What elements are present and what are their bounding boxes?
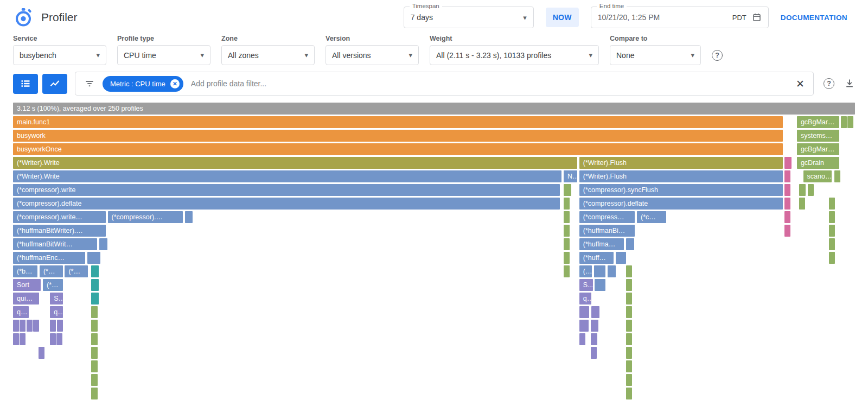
flame-cell[interactable]: qui… (13, 293, 39, 304)
flame-cell-sliver[interactable] (564, 225, 570, 237)
flame-cell[interactable]: (*b… (13, 265, 37, 277)
flame-cell-sliver[interactable] (626, 388, 632, 399)
flame-cell-sliver[interactable] (626, 238, 635, 250)
flame-cell-sliver[interactable] (626, 333, 632, 345)
help-icon[interactable]: ? (824, 78, 834, 89)
flame-cell-sliver[interactable] (626, 293, 632, 304)
flame-cell[interactable]: (*Writer).Write (13, 170, 561, 182)
zone-select[interactable]: All zones ▾ (221, 45, 315, 65)
compare-to-select[interactable]: None ▾ (610, 45, 701, 65)
metric-filter-chip[interactable]: Metric : CPU time ✕ (103, 76, 183, 92)
flame-cell[interactable]: gcDrain (797, 157, 839, 169)
flame-cell[interactable]: (*Writer).Flush (579, 170, 783, 182)
flame-cell-sliver[interactable] (27, 320, 33, 332)
flame-cell[interactable]: S… (579, 279, 593, 291)
flame-cell-sliver[interactable] (39, 347, 44, 359)
flame-cell-sliver[interactable] (579, 320, 589, 332)
flame-cell[interactable]: (*Writer).Write (13, 157, 577, 169)
flame-cell-sliver[interactable] (829, 252, 835, 264)
flame-cell-sliver[interactable] (56, 333, 62, 345)
flame-cell-sliver[interactable] (91, 360, 98, 372)
flame-cell[interactable]: (*compressor).… (108, 211, 183, 223)
flame-cell-sliver[interactable] (847, 116, 853, 128)
flame-cell[interactable]: S… (50, 293, 62, 304)
flame-cell[interactable]: (*… (43, 279, 62, 291)
flame-cell-sliver[interactable] (91, 306, 98, 318)
flame-cell-sliver[interactable] (626, 360, 632, 372)
flame-cell-sliver[interactable] (784, 198, 790, 210)
flame-cell[interactable]: (*compressor).deflate (13, 198, 560, 210)
flame-cell[interactable]: (*huffmanBitWriter).… (13, 225, 106, 237)
flame-cell-sliver[interactable] (591, 306, 599, 318)
flame-cell-sliver[interactable] (626, 320, 632, 332)
flame-cell-sliver[interactable] (784, 211, 790, 223)
flame-cell[interactable]: (*huff… (579, 252, 614, 264)
flame-cell[interactable]: busyworkOnce (13, 143, 783, 155)
end-time-field[interactable]: End time 10/21/20, 1:25 PM PDT (591, 7, 769, 28)
flame-cell-sliver[interactable] (595, 279, 605, 291)
flame-cell[interactable]: systems… (797, 130, 839, 142)
flame-cell-sliver[interactable] (50, 320, 56, 332)
flame-cell[interactable]: busywork (13, 130, 783, 142)
flame-cell[interactable]: (*compressor).write (13, 184, 560, 196)
flame-cell-sliver[interactable] (57, 320, 63, 332)
flame-cell[interactable]: main.func1 (13, 116, 783, 128)
flame-cell-sliver[interactable] (591, 347, 597, 359)
version-select[interactable]: All versions ▾ (326, 45, 419, 65)
flame-cell-sliver[interactable] (626, 306, 632, 318)
flame-cell-sliver[interactable] (564, 265, 570, 277)
flame-cell-sliver[interactable] (784, 225, 790, 237)
flame-cell-sliver[interactable] (626, 265, 632, 277)
flame-cell-sliver[interactable] (626, 374, 632, 386)
flame-cell[interactable]: (*compressor).deflate (579, 198, 783, 210)
flame-cell[interactable]: (*… (65, 265, 88, 277)
flame-cell[interactable]: Sort (13, 279, 41, 291)
flame-cell-sliver[interactable] (564, 252, 570, 264)
flame-cell-sliver[interactable] (616, 252, 626, 264)
flame-cell[interactable]: (*compressor).syncFlush (579, 184, 783, 196)
flame-cell-sliver[interactable] (829, 225, 835, 237)
flame-cell-sliver[interactable] (841, 116, 847, 128)
flame-cell[interactable]: (*huffmanBitWrit… (13, 238, 97, 250)
timespan-select[interactable]: Timespan 7 days ▾ (404, 7, 534, 28)
flame-cell-sliver[interactable] (799, 198, 805, 210)
flame-cell-sliver[interactable] (91, 333, 98, 345)
flame-cell-sliver[interactable] (829, 211, 835, 223)
filter-input[interactable] (191, 79, 788, 88)
service-select[interactable]: busybench ▾ (13, 45, 106, 65)
clear-filters-icon[interactable]: ✕ (796, 79, 805, 89)
profile-type-select[interactable]: CPU time ▾ (117, 45, 210, 65)
flame-cell[interactable]: (*huffmanBi… (579, 225, 635, 237)
flame-cell-sliver[interactable] (91, 347, 98, 359)
flame-cell-sliver[interactable] (591, 320, 598, 332)
flame-cell-sliver[interactable] (626, 279, 632, 291)
flame-cell-sliver[interactable] (564, 184, 571, 196)
flame-cell-sliver[interactable] (91, 388, 98, 399)
flame-cell-sliver[interactable] (591, 333, 597, 345)
flame-cell-sliver[interactable] (784, 184, 790, 196)
help-icon[interactable]: ? (712, 50, 723, 61)
flame-cell-sliver[interactable] (185, 211, 193, 223)
flame-cell[interactable]: (*… (40, 265, 63, 277)
weight-select[interactable]: All (2.11 s - 3.23 s), 10133 profiles ▾ (430, 45, 599, 65)
flame-cell[interactable]: (*compress… (579, 211, 635, 223)
flame-cell[interactable]: 3.12 s (100%), averaged over 250 profile… (13, 103, 855, 115)
flame-cell-sliver[interactable] (608, 265, 616, 277)
download-button[interactable] (844, 78, 855, 89)
flame-cell-sliver[interactable] (834, 170, 840, 182)
flame-cell-sliver[interactable] (91, 293, 98, 304)
flame-cell-sliver[interactable] (564, 198, 570, 210)
flame-cell[interactable]: gcBgMar… (797, 116, 839, 128)
flame-cell-sliver[interactable] (50, 333, 56, 345)
chart-view-button[interactable] (42, 74, 67, 94)
flame-cell-sliver[interactable] (13, 333, 19, 345)
flame-cell-sliver[interactable] (579, 333, 585, 345)
flame-cell-sliver[interactable] (20, 333, 25, 345)
flame-cell[interactable]: q… (50, 306, 62, 318)
flame-cell[interactable]: (*c… (637, 211, 666, 223)
flame-cell[interactable]: q… (579, 293, 592, 304)
chip-remove-icon[interactable]: ✕ (170, 79, 180, 88)
flame-cell[interactable]: scano… (803, 170, 832, 182)
flame-cell-sliver[interactable] (784, 157, 791, 169)
flame-cell-sliver[interactable] (91, 265, 98, 277)
